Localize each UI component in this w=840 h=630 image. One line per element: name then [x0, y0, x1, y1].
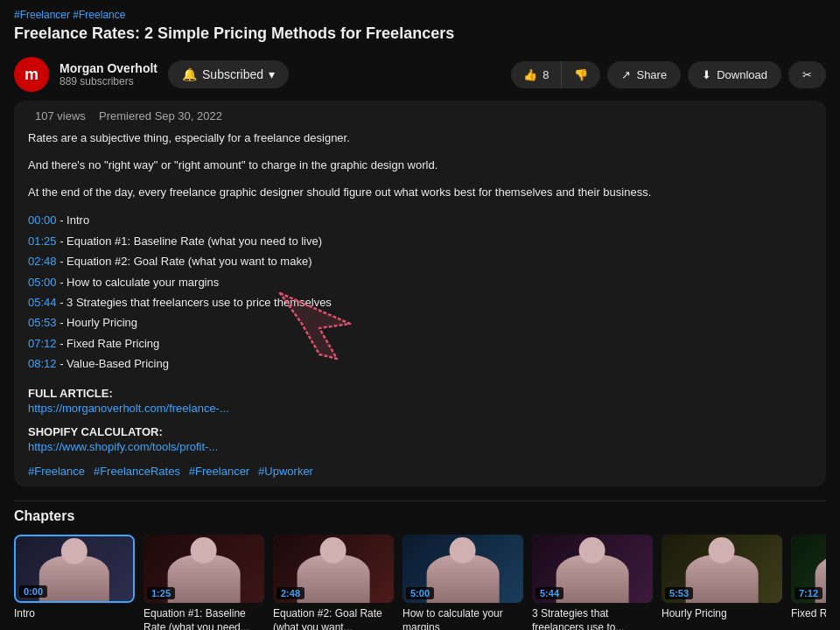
- description-panel: 107 views Premiered Sep 30, 2022 Rates a…: [14, 101, 826, 486]
- channel-left: m Morgan Overholt 889 subscribers 🔔 Subs…: [14, 57, 289, 92]
- chapter-thumbnail: 5:00: [402, 535, 523, 603]
- dislike-button[interactable]: 👎: [562, 61, 600, 88]
- timestamp-list: 00:00 - Intro01:25 - Equation #1: Baseli…: [28, 210, 812, 374]
- chapter-time: 5:44: [536, 587, 564, 599]
- like-count: 8: [542, 68, 549, 81]
- top-bar: #Freelancer #Freelance Freelance Rates: …: [0, 0, 840, 57]
- thumbs-down-icon: 👎: [574, 68, 588, 81]
- timestamp-item: 02:48 - Equation #2: Goal Rate (what you…: [28, 251, 812, 271]
- action-buttons: 👍 8 👎 ↗ Share ⬇ Download ✂: [511, 61, 826, 88]
- chapter-label: 3 Strategies that freelancers use to...: [532, 606, 653, 630]
- download-button[interactable]: ⬇ Download: [688, 61, 781, 88]
- hashtag-footer: #Freelance #FreelanceRates #Freelancer #…: [28, 464, 812, 478]
- timestamp-item: 05:00 - How to calculate your margins: [28, 272, 812, 292]
- like-dislike-group: 👍 8 👎: [511, 61, 600, 88]
- chapter-thumbnail: 7:12: [791, 535, 826, 603]
- like-button[interactable]: 👍 8: [511, 61, 562, 88]
- timestamp-item: 07:12 - Fixed Rate Pricing: [28, 333, 812, 354]
- subscribe-button[interactable]: 🔔 Subscribed ▾: [168, 60, 289, 88]
- full-article-link[interactable]: https://morganoverholt.com/freelance-...: [28, 402, 812, 415]
- chapter-card[interactable]: 5:53 Hourly Pricing: [662, 535, 782, 630]
- timestamp-item: 00:00 - Intro: [28, 210, 812, 230]
- thumbs-up-icon: 👍: [523, 68, 537, 81]
- shopify-link[interactable]: https://www.shopify.com/tools/profit-...: [28, 440, 812, 453]
- download-label: Download: [717, 68, 767, 81]
- scissors-icon: ✂: [802, 68, 812, 81]
- desc-line-1: Rates are a subjective thing, especially…: [28, 130, 812, 148]
- subscribe-label: Subscribed: [202, 67, 263, 81]
- chapter-label: Hourly Pricing: [662, 606, 782, 621]
- chapter-time: 7:12: [794, 587, 822, 599]
- chapter-thumbnail: 5:53: [662, 535, 782, 603]
- chapters-title: Chapters: [14, 508, 826, 524]
- download-icon: ⬇: [702, 68, 711, 81]
- chapter-thumbnail: 0:00: [14, 535, 135, 603]
- chapter-time: 1:25: [147, 587, 175, 599]
- channel-row: m Morgan Overholt 889 subscribers 🔔 Subs…: [0, 57, 840, 101]
- video-title: Freelance Rates: 2 Simple Pricing Method…: [14, 24, 826, 43]
- avatar[interactable]: m: [14, 57, 49, 92]
- share-button[interactable]: ↗ Share: [607, 61, 681, 88]
- divider: [14, 500, 826, 501]
- chapter-card[interactable]: 1:25 Equation #1: Baseline Rate (what yo…: [144, 535, 264, 630]
- full-article-label: FULL ARTICLE:: [28, 387, 812, 400]
- chapter-time: 5:00: [406, 587, 434, 599]
- chapter-thumbnail: 5:44: [532, 535, 653, 603]
- chapters-section: Chapters 0:00 Intro 1:25: [0, 508, 840, 630]
- chevron-down-icon: ▾: [269, 67, 275, 81]
- chapter-time: 2:48: [276, 587, 304, 599]
- chapter-card[interactable]: 0:00 Intro: [14, 535, 135, 630]
- chapter-card[interactable]: 7:12 Fixed Rate P...: [791, 535, 826, 630]
- chapter-thumbnail: 2:48: [273, 535, 394, 603]
- share-label: Share: [636, 68, 667, 81]
- bell-icon: 🔔: [182, 67, 197, 81]
- timestamp-item: 01:25 - Equation #1: Baseline Rate (what…: [28, 231, 812, 251]
- chapter-time: 0:00: [19, 585, 47, 598]
- chapters-scroll: 0:00 Intro 1:25 Equation #1: Baseline Ra…: [14, 535, 826, 630]
- chapter-card[interactable]: 5:00 How to calculate your margins: [402, 535, 523, 630]
- hashtag-link[interactable]: #Freelance: [28, 465, 85, 478]
- hashtags[interactable]: #Freelancer #Freelance: [14, 9, 826, 21]
- hashtag-link[interactable]: #Freelancer: [189, 465, 249, 478]
- timestamp-item: 05:53 - Hourly Pricing: [28, 312, 812, 332]
- hashtag-link[interactable]: #FreelanceRates: [94, 465, 180, 478]
- timestamp-item: 05:44 - 3 Strategies that freelancers us…: [28, 292, 812, 312]
- chapter-thumbnail: 1:25: [144, 535, 264, 603]
- desc-line-2: And there's no "right way" or "right amo…: [28, 157, 812, 175]
- chapter-label: Equation #2: Goal Rate (what you want...: [273, 606, 394, 630]
- chapter-label: Intro: [14, 606, 135, 621]
- full-article-section: FULL ARTICLE: https://morganoverholt.com…: [28, 387, 812, 415]
- shopify-label: SHOPIFY CALCULATOR:: [28, 425, 812, 438]
- channel-info: Morgan Overholt 889 subscribers: [60, 61, 158, 88]
- chapter-label: Equation #1: Baseline Rate (what you nee…: [144, 606, 264, 630]
- shopify-section: SHOPIFY CALCULATOR: https://www.shopify.…: [28, 425, 812, 453]
- timestamp-item: 08:12 - Value-Based Pricing: [28, 354, 812, 374]
- subscriber-count: 889 subscribers: [60, 75, 158, 88]
- chapter-card[interactable]: 2:48 Equation #2: Goal Rate (what you wa…: [273, 535, 394, 630]
- description-text: Rates are a subjective thing, especially…: [28, 130, 812, 201]
- chapter-label: How to calculate your margins: [402, 606, 523, 630]
- more-button[interactable]: ✂: [788, 61, 826, 88]
- chapter-label: Fixed Rate P...: [791, 606, 826, 621]
- view-count: 107 views Premiered Sep 30, 2022: [28, 109, 812, 122]
- hashtag-link[interactable]: #Upworker: [258, 465, 313, 478]
- chapter-card[interactable]: 5:44 3 Strategies that freelancers use t…: [532, 535, 653, 630]
- chapter-time: 5:53: [665, 587, 693, 599]
- desc-line-3: At the end of the day, every freelance g…: [28, 184, 812, 202]
- share-icon: ↗: [621, 68, 631, 81]
- channel-name[interactable]: Morgan Overholt: [60, 61, 158, 75]
